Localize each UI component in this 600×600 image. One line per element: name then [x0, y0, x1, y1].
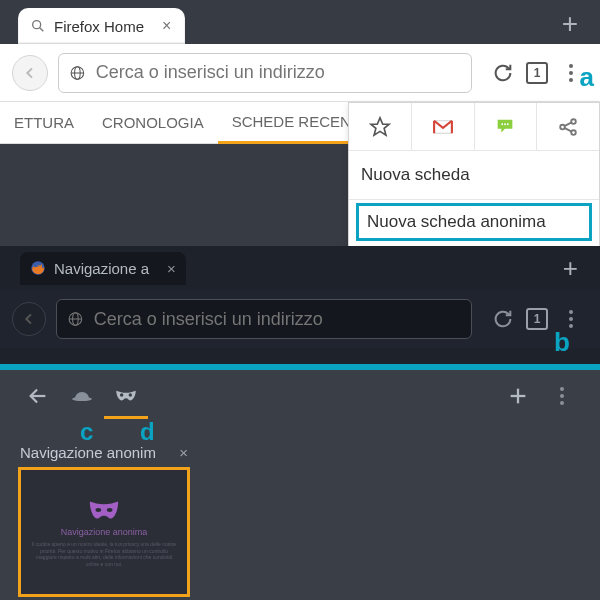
chevron-left-icon [21, 311, 37, 327]
svg-marker-5 [371, 117, 389, 134]
svg-point-21 [129, 393, 132, 396]
tab-count: 1 [526, 308, 548, 330]
overflow-menu: Nuova scheda Nuova scheda anonima [348, 102, 600, 249]
annotation-d: d [140, 418, 155, 446]
reload-icon [492, 62, 514, 84]
tab-count: 1 [526, 62, 548, 84]
private-tabs-button[interactable] [104, 382, 148, 419]
sms-button[interactable] [475, 103, 538, 151]
url-bar[interactable] [58, 53, 472, 93]
back-button[interactable] [12, 55, 48, 91]
tab-thumbnail[interactable]: Navigazione anonim × Navigazione anonima… [18, 440, 190, 597]
browser-tab[interactable]: Navigazione a × [20, 252, 186, 285]
svg-point-8 [507, 123, 509, 125]
gmail-button[interactable] [412, 103, 475, 151]
reload-button[interactable] [486, 308, 520, 330]
home-tab-recent[interactable]: SCHEDE RECEN [218, 102, 365, 144]
menu-button[interactable] [554, 310, 588, 328]
menu-item-new-private-tab[interactable]: Nuova scheda anonima [359, 206, 589, 238]
svg-point-24 [96, 508, 102, 512]
url-bar[interactable] [56, 299, 472, 339]
tab-strip: Navigazione a × + [0, 246, 600, 290]
svg-line-12 [564, 122, 571, 126]
bookmark-button[interactable] [349, 103, 412, 151]
plus-icon [507, 385, 529, 407]
kebab-icon [565, 64, 577, 82]
url-input[interactable] [96, 62, 461, 83]
mask-icon [113, 382, 139, 408]
mask-icon [87, 497, 121, 523]
menu-icon-row [349, 103, 599, 151]
grid-toolbar [0, 370, 600, 422]
thumbnail-body-text: Il codice aperto è un nostro ideale, la … [21, 541, 187, 567]
new-tab-button[interactable] [496, 385, 540, 407]
globe-icon [67, 310, 84, 328]
annotation-c: c [80, 418, 93, 446]
tab-count-button[interactable]: 1 [520, 308, 554, 330]
svg-point-7 [504, 123, 506, 125]
reload-icon [492, 308, 514, 330]
svg-point-20 [120, 393, 123, 396]
url-input[interactable] [94, 309, 461, 330]
chevron-left-icon [22, 65, 38, 81]
menu-item-new-tab[interactable]: Nuova scheda [349, 151, 599, 200]
share-icon [557, 116, 579, 138]
svg-point-6 [502, 123, 504, 125]
share-button[interactable] [537, 103, 599, 151]
globe-icon [69, 64, 86, 82]
gmail-icon [432, 119, 454, 135]
hat-icon [70, 384, 94, 408]
tab-label: Firefox Home [54, 18, 144, 35]
annotation-a: a [580, 62, 594, 93]
svg-line-13 [564, 127, 571, 131]
new-tab-button[interactable]: + [563, 253, 578, 284]
svg-point-19 [72, 397, 92, 401]
normal-tabs-button[interactable] [60, 384, 104, 408]
thumbnail-preview: Navigazione anonima Il codice aperto è u… [18, 467, 190, 597]
star-icon [369, 116, 391, 138]
tab-grid: Navigazione anonim × Navigazione anonima… [0, 422, 600, 597]
svg-point-0 [33, 21, 41, 29]
thumbnail-header: Navigazione anonim × [18, 440, 190, 467]
tab-count-button[interactable]: 1 [520, 62, 554, 84]
magnifier-icon [30, 18, 46, 34]
svg-line-1 [40, 28, 44, 32]
reload-button[interactable] [486, 62, 520, 84]
svg-point-25 [107, 508, 113, 512]
new-tab-button[interactable]: + [562, 4, 578, 44]
home-tab-reading[interactable]: ETTURA [0, 102, 88, 144]
thumbnail-caption: Navigazione anonima [61, 527, 148, 537]
tab-label: Navigazione a [54, 260, 149, 277]
home-tab-history[interactable]: CRONOLOGIA [88, 102, 218, 144]
close-icon[interactable]: × [162, 17, 171, 35]
kebab-icon [556, 387, 568, 405]
tab-strip: Firefox Home × + [0, 0, 600, 44]
browser-tab[interactable]: Firefox Home × [18, 8, 185, 44]
kebab-icon [565, 310, 577, 328]
menu-button[interactable] [540, 387, 584, 405]
close-icon[interactable]: × [179, 444, 188, 461]
toolbar: 1 [0, 44, 600, 102]
back-button[interactable] [16, 385, 60, 407]
toolbar: 1 [0, 290, 600, 348]
arrow-left-icon [27, 385, 49, 407]
annotation-b: b [554, 327, 570, 358]
back-button[interactable] [12, 302, 46, 336]
close-icon[interactable]: × [167, 260, 176, 277]
speech-bubble-icon [494, 116, 516, 138]
firefox-icon [30, 260, 46, 276]
thumbnail-title: Navigazione anonim [20, 444, 156, 461]
